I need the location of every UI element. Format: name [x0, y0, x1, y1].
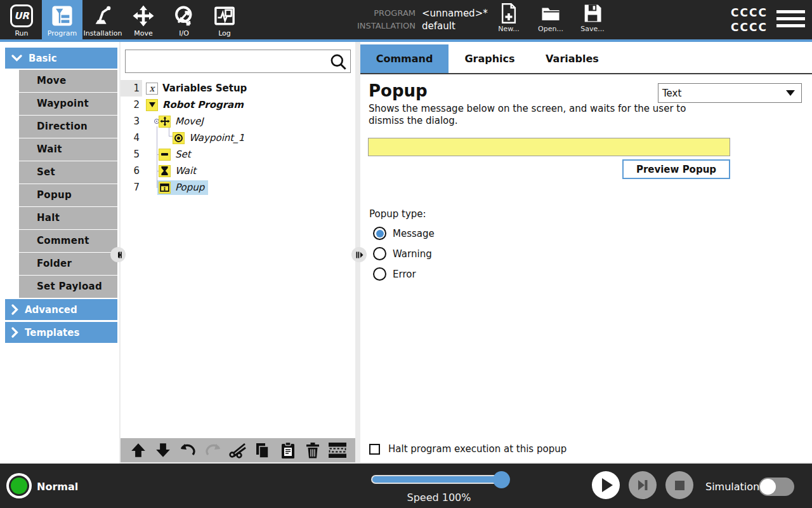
movej-icon — [159, 116, 171, 128]
preview-popup-button[interactable]: Preview Popup — [622, 159, 730, 179]
chevron-down-icon — [11, 55, 22, 62]
radio-message[interactable]: Message — [373, 227, 435, 240]
play-button[interactable] — [592, 471, 620, 499]
tab-variables[interactable]: Variables — [531, 44, 613, 73]
redo-icon[interactable] — [204, 441, 223, 460]
tab-graphics[interactable]: Graphics — [449, 44, 531, 73]
clock: CCCC CCCC — [731, 6, 768, 35]
tree-toolbar — [121, 438, 355, 462]
radio-button[interactable] — [373, 267, 386, 281]
nav-io[interactable]: I/O — [164, 0, 204, 39]
sidebar-item-comment[interactable]: Comment — [19, 230, 117, 252]
search-input[interactable] — [128, 51, 325, 70]
new-file-icon — [500, 3, 518, 23]
expand-right-icon — [355, 251, 363, 259]
tree-row-popup[interactable]: 7 Popup — [121, 179, 355, 196]
installation-label: INSTALLATION — [343, 20, 416, 32]
clock-line-2: CCCC — [731, 20, 768, 35]
radio-button[interactable] — [373, 247, 386, 260]
radio-button-selected[interactable] — [373, 227, 386, 240]
tree-row-waypoint-1[interactable]: 4 Waypoint_1 — [121, 130, 355, 146]
save-floppy-icon — [583, 3, 602, 23]
stop-icon — [675, 481, 684, 490]
move-down-icon[interactable] — [154, 441, 173, 460]
toggle-knob — [760, 479, 776, 495]
sidebar-item-wait[interactable]: Wait — [19, 138, 117, 161]
variables-icon: x — [146, 83, 158, 95]
page-title: Popup — [369, 81, 428, 100]
file-buttons: New... Open... Save... — [495, 3, 606, 33]
popup-icon — [159, 182, 171, 194]
wait-icon — [159, 165, 171, 177]
sidebar-section-templates[interactable]: Templates — [5, 322, 117, 343]
copy-icon[interactable] — [253, 441, 272, 460]
program-tree-panel: 1 x Variables Setup 2 Robot Program 3 Mo… — [121, 42, 355, 462]
installation-name: default — [422, 20, 504, 32]
sidebar-item-waypoint[interactable]: Waypoint — [19, 93, 117, 115]
sidebar-section-basic[interactable]: Basic — [5, 48, 117, 69]
tab-command[interactable]: Command — [360, 44, 449, 73]
halt-checkbox-row[interactable]: Halt program execution at this popup — [369, 443, 566, 455]
collapse-sidebar-handle[interactable] — [110, 247, 126, 262]
tree-row-robot-program[interactable]: 2 Robot Program — [121, 97, 355, 113]
tree-row-set[interactable]: 5 Set — [121, 146, 355, 163]
nav-move[interactable]: Move — [123, 0, 164, 39]
popup-source-dropdown[interactable]: Text — [658, 83, 802, 103]
speed-slider-track[interactable] — [371, 475, 507, 484]
popup-type-label: Popup type: — [369, 208, 426, 220]
suppress-icon[interactable] — [328, 441, 347, 460]
sidebar-item-move[interactable]: Move — [19, 70, 117, 92]
undo-icon[interactable] — [178, 441, 197, 460]
sidebar-section-advanced[interactable]: Advanced — [5, 299, 117, 320]
step-button[interactable] — [629, 471, 657, 499]
open-button[interactable]: Open... — [537, 3, 565, 33]
program-tree-icon — [51, 3, 73, 29]
popup-message-field[interactable] — [368, 138, 730, 156]
nav-installation[interactable]: Installation — [82, 0, 123, 39]
clock-line-1: CCCC — [731, 6, 768, 20]
sidebar-item-folder[interactable]: Folder — [19, 253, 117, 275]
top-bar: UR Run Program Installation Move — [0, 0, 812, 39]
collapse-left-icon — [114, 251, 122, 259]
log-chart-icon — [214, 3, 235, 29]
stop-button[interactable] — [665, 471, 693, 499]
tree-search — [125, 50, 351, 73]
nav-log[interactable]: Log — [204, 0, 245, 39]
new-button[interactable]: New... — [495, 3, 523, 33]
ur-logo-icon: UR — [10, 3, 33, 29]
robot-status-label: Normal — [37, 481, 78, 493]
cut-icon[interactable] — [228, 441, 247, 460]
tree-row-variables-setup[interactable]: 1 x Variables Setup — [121, 80, 355, 97]
search-icon[interactable] — [329, 53, 348, 71]
tree-row-movej[interactable]: 3 MoveJ — [121, 113, 355, 130]
program-label: PROGRAM — [343, 7, 416, 20]
robot-status-icon[interactable] — [6, 473, 32, 498]
robot-program-icon — [146, 99, 158, 111]
sidebar-item-set[interactable]: Set — [19, 161, 117, 184]
tree-row-wait[interactable]: 6 Wait — [121, 163, 355, 179]
radio-warning[interactable]: Warning — [373, 247, 432, 260]
play-icon — [602, 478, 613, 492]
speed-slider-handle[interactable] — [493, 471, 510, 488]
simulation-toggle[interactable] — [759, 478, 794, 496]
radio-error[interactable]: Error — [373, 267, 416, 281]
save-button[interactable]: Save... — [579, 3, 606, 33]
hamburger-menu-icon[interactable] — [776, 10, 805, 29]
waypoint-icon — [173, 132, 185, 144]
paste-icon[interactable] — [278, 441, 298, 460]
command-sidebar: Basic Move Waypoint Direction Wait Set P… — [0, 42, 119, 464]
sidebar-item-popup[interactable]: Popup — [19, 184, 117, 206]
sidebar-item-direction[interactable]: Direction — [19, 116, 117, 138]
sidebar-item-halt[interactable]: Halt — [19, 207, 117, 229]
expand-panel-handle[interactable] — [351, 247, 367, 262]
nav-run[interactable]: UR Run — [1, 0, 42, 39]
program-info: PROGRAM INSTALLATION <unnamed>* default — [343, 7, 504, 32]
halt-checkbox[interactable] — [369, 444, 380, 455]
command-panel: Command Graphics Variables Popup Text Sh… — [360, 42, 812, 462]
sidebar-item-set-payload[interactable]: Set Payload — [19, 276, 117, 298]
nav-program[interactable]: Program — [42, 0, 82, 39]
move-up-icon[interactable] — [129, 441, 148, 460]
program-name: <unnamed>* — [422, 7, 504, 20]
simulation-label: Simulation — [705, 481, 759, 493]
delete-icon[interactable] — [303, 441, 322, 460]
